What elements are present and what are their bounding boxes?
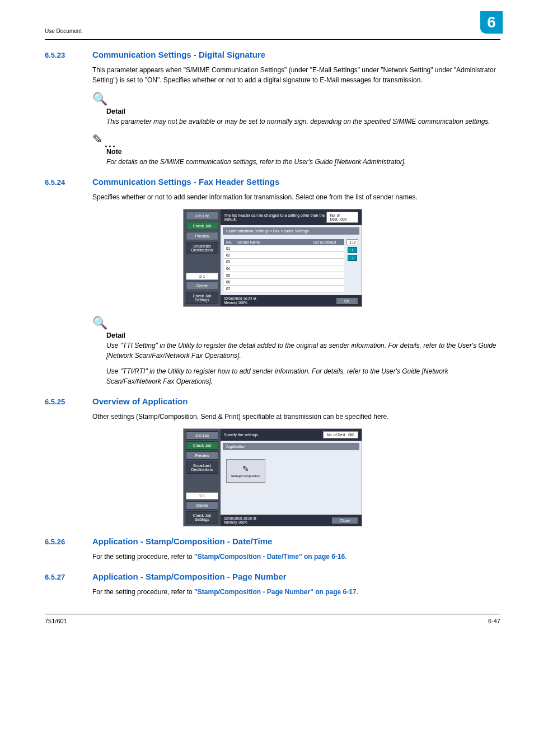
panel-hint: Specify the settings. xyxy=(224,433,259,437)
broadcast-dest-button[interactable]: Broadcast Destinations xyxy=(186,242,218,254)
pencil-icon: ✎ xyxy=(92,132,102,147)
dest-counter: No. of Dest. 000 xyxy=(326,212,358,223)
magnifier-icon: 🔍 xyxy=(92,92,107,106)
panel-hint: The fax header can be changed to a setti… xyxy=(224,213,326,221)
magnifier-icon: 🔍 xyxy=(92,316,107,330)
section-title: Application - Stamp/Composition - Page N… xyxy=(92,572,287,581)
footer-right: 6-47 xyxy=(488,618,500,624)
ok-button[interactable]: OK xyxy=(336,297,358,305)
detail-label: Detail xyxy=(106,332,500,339)
table-row[interactable]: 01 xyxy=(224,245,344,252)
check-job-button[interactable]: Check Job xyxy=(186,222,218,230)
panel-timestamp: 02/06/2008 16:22 🖹Memory 100% xyxy=(224,297,257,305)
note-body: For details on the S/MIME communication … xyxy=(106,157,500,167)
chapter-badge: 6 xyxy=(480,11,503,34)
section-title: Overview of Application xyxy=(92,396,188,406)
section-title: Communication Settings - Digital Signatu… xyxy=(92,50,265,59)
delete-button[interactable]: Delete xyxy=(186,282,218,290)
section-number: 6.5.27 xyxy=(45,573,92,581)
check-job-settings-button[interactable]: Check Job Settings xyxy=(186,292,218,304)
check-job-button[interactable]: Check Job xyxy=(186,441,218,450)
section-body: For the setting procedure, refer to "Sta… xyxy=(92,552,500,562)
footer-left: 751/601 xyxy=(45,618,67,624)
detail-body: This parameter may not be available or m… xyxy=(106,116,500,127)
section-number: 6.5.23 xyxy=(45,51,92,59)
left-pager: 1/ 1 xyxy=(186,492,218,500)
section-body: Other settings (Stamp/Composition, Send … xyxy=(92,412,500,422)
dest-counter: No. of Dest. 000 xyxy=(323,431,358,438)
delete-button[interactable]: Delete xyxy=(186,501,218,510)
close-button[interactable]: Close xyxy=(331,517,358,524)
table-header: No. Sender Name Set as Default xyxy=(224,239,344,245)
application-panel: Job List Check Job Preview Broadcast Des… xyxy=(183,428,362,526)
section-body: For the setting procedure, refer to "Sta… xyxy=(92,587,500,597)
detail-body: Use "TTI Setting" in the Utility to regi… xyxy=(106,340,500,361)
dots-icon: ... xyxy=(105,141,116,147)
left-pager: 1/ 1 xyxy=(186,273,218,280)
cross-reference-link[interactable]: "Stamp/Composition - Date/Time" on page … xyxy=(194,553,345,561)
preview-button[interactable]: Preview xyxy=(186,451,218,460)
panel-timestamp: 02/06/2008 16:26 🖹Memory 100% xyxy=(224,516,257,524)
check-job-settings-button[interactable]: Check Job Settings xyxy=(186,511,218,524)
panel-breadcrumb: Application xyxy=(223,443,359,450)
section-number: 6.5.26 xyxy=(45,538,92,546)
preview-button[interactable]: Preview xyxy=(186,232,218,240)
pager-indicator: 1 /3 xyxy=(346,239,358,245)
tile-label: Stamp/Composition xyxy=(231,474,260,478)
detail-body: Use "TTI/RTI" in the Utility to register… xyxy=(106,366,500,386)
stamp-composition-tile[interactable]: ✎ Stamp/Composition xyxy=(226,459,265,483)
note-label: Note xyxy=(106,148,500,156)
detail-label: Detail xyxy=(106,108,500,115)
section-title: Application - Stamp/Composition - Date/T… xyxy=(92,536,272,546)
fax-header-panel: Job List Check Job Preview Broadcast Des… xyxy=(183,209,362,307)
cross-reference-link[interactable]: "Stamp/Composition - Page Number" on pag… xyxy=(194,588,356,596)
table-row[interactable]: 05 xyxy=(224,272,344,279)
job-list-button[interactable]: Job List xyxy=(186,212,218,220)
table-row[interactable]: 03 xyxy=(224,259,344,265)
section-body: This parameter appears when "S/MIME Comm… xyxy=(92,65,500,85)
section-number: 6.5.24 xyxy=(45,178,92,186)
table-row[interactable]: 02 xyxy=(224,252,344,259)
breadcrumb: Use Document xyxy=(45,28,82,36)
broadcast-dest-button[interactable]: Broadcast Destinations xyxy=(186,461,218,474)
stamp-icon: ✎ xyxy=(242,464,249,473)
page-down-button[interactable]: ↓ xyxy=(348,255,358,261)
panel-breadcrumb: Communication Settings > Fax Header Sett… xyxy=(223,227,359,235)
page-up-button[interactable]: ↑ xyxy=(348,247,358,253)
table-row[interactable]: 06 xyxy=(224,279,344,286)
section-body: Specifies whether or not to add sender i… xyxy=(92,192,500,202)
section-number: 6.5.25 xyxy=(45,398,92,406)
table-row[interactable]: 04 xyxy=(224,265,344,272)
section-title: Communication Settings - Fax Header Sett… xyxy=(92,177,279,186)
job-list-button[interactable]: Job List xyxy=(186,431,218,440)
table-row[interactable]: 07 xyxy=(224,286,344,292)
